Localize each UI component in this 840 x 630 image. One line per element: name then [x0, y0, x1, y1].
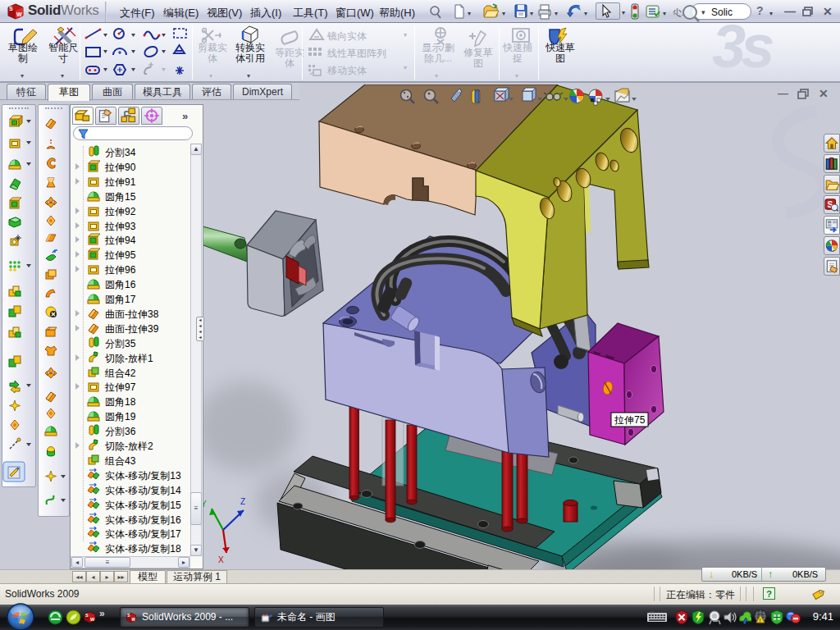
svg-text:X: X: [218, 555, 224, 564]
svg-text:键盘: 键盘: [649, 611, 655, 614]
svg-text:拉伸75: 拉伸75: [614, 414, 646, 426]
svg-text:W: W: [16, 11, 22, 17]
svg-text:Z: Z: [240, 497, 245, 506]
svg-text:W: W: [131, 618, 135, 622]
svg-text:!: !: [760, 618, 761, 623]
svg-text:S: S: [85, 613, 89, 618]
svg-text:S: S: [127, 614, 130, 618]
svg-text:W: W: [90, 617, 95, 622]
svg-text:Y: Y: [203, 500, 207, 509]
svg-text:S: S: [9, 6, 13, 11]
